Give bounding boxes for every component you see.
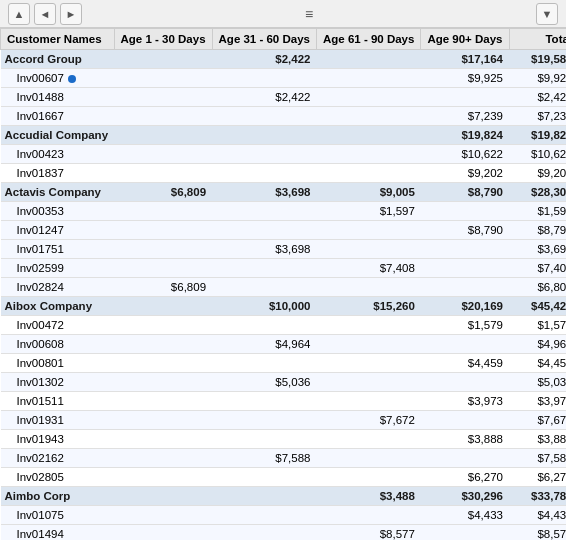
inv-value: $3,698 — [509, 240, 566, 259]
inv-value — [114, 259, 212, 278]
scroll-prev-button[interactable]: ◄ — [34, 3, 56, 25]
inv-name[interactable]: Inv01751 — [1, 240, 115, 259]
table-row[interactable]: Inv01943$3,888$3,888 — [1, 430, 567, 449]
inv-name[interactable]: Inv02599 — [1, 259, 115, 278]
table-row[interactable]: Inv01751$3,698$3,698 — [1, 240, 567, 259]
inv-value: $6,809 — [509, 278, 566, 297]
inv-value: $7,239 — [509, 107, 566, 126]
group-row: Aibox Company$10,000$15,260$20,169$45,42… — [1, 297, 567, 316]
table-row[interactable]: Inv02162$7,588$7,588 — [1, 449, 567, 468]
inv-value: $4,964 — [212, 335, 316, 354]
inv-value — [316, 373, 420, 392]
inv-name[interactable]: Inv01511 — [1, 392, 115, 411]
inv-name[interactable]: Inv00353 — [1, 202, 115, 221]
inv-value — [114, 335, 212, 354]
inv-value: $5,036 — [509, 373, 566, 392]
inv-name[interactable]: Inv02824 — [1, 278, 115, 297]
group-row: Accord Group$2,422$17,164$19,586 — [1, 50, 567, 69]
inv-value: $8,790 — [509, 221, 566, 240]
group-row: Accudial Company$19,824$19,824 — [1, 126, 567, 145]
inv-name[interactable]: Inv01667 — [1, 107, 115, 126]
inv-name[interactable]: Inv00608 — [1, 335, 115, 354]
inv-value — [316, 354, 420, 373]
table-row[interactable]: Inv00801$4,459$4,459 — [1, 354, 567, 373]
inv-value — [114, 164, 212, 183]
table-row[interactable]: Inv00423$10,622$10,622 — [1, 145, 567, 164]
group-value — [114, 126, 212, 145]
group-value — [212, 487, 316, 506]
group-value: $15,260 — [316, 297, 420, 316]
table-container[interactable]: Customer Names Age 1 - 30 Days Age 31 - … — [0, 28, 566, 540]
inv-name[interactable]: Inv01488 — [1, 88, 115, 107]
inv-value: $6,270 — [509, 468, 566, 487]
group-value — [316, 126, 420, 145]
inv-value: $7,588 — [212, 449, 316, 468]
inv-value — [316, 316, 420, 335]
inv-name[interactable]: Inv01837 — [1, 164, 115, 183]
inv-name[interactable]: Inv01075 — [1, 506, 115, 525]
scroll-up-button[interactable]: ▲ — [8, 3, 30, 25]
menu-icon[interactable]: ≡ — [305, 6, 313, 22]
group-value: $3,488 — [316, 487, 420, 506]
table-row[interactable]: Inv02805$6,270$6,270 — [1, 468, 567, 487]
inv-value — [212, 392, 316, 411]
table-row[interactable]: Inv01075$4,433$4,433 — [1, 506, 567, 525]
col-age-90plus: Age 90+ Days — [421, 29, 509, 50]
inv-value — [212, 316, 316, 335]
table-row[interactable]: Inv02599$7,408$7,408 — [1, 259, 567, 278]
inv-value: $7,239 — [421, 107, 509, 126]
table-header-row: Customer Names Age 1 - 30 Days Age 31 - … — [1, 29, 567, 50]
inv-name[interactable]: Inv01247 — [1, 221, 115, 240]
table-row[interactable]: Inv00608$4,964$4,964 — [1, 335, 567, 354]
inv-name[interactable]: Inv00801 — [1, 354, 115, 373]
inv-value — [114, 468, 212, 487]
inv-name[interactable]: Inv01931 — [1, 411, 115, 430]
table-row[interactable]: Inv01494$8,577$8,577 — [1, 525, 567, 541]
inv-name[interactable]: Inv00607 — [1, 69, 115, 88]
inv-name[interactable]: Inv01494 — [1, 525, 115, 541]
inv-name[interactable]: Inv00472 — [1, 316, 115, 335]
inv-value: $3,888 — [509, 430, 566, 449]
scroll-next-button[interactable]: ► — [60, 3, 82, 25]
group-value — [114, 50, 212, 69]
table-row[interactable]: Inv00607$9,925$9,925 — [1, 69, 567, 88]
group-row: Actavis Company$6,809$3,698$9,005$8,790$… — [1, 183, 567, 202]
table-row[interactable]: Inv00353$1,597$1,597 — [1, 202, 567, 221]
group-value: $30,296 — [421, 487, 509, 506]
inv-value: $8,790 — [421, 221, 509, 240]
table-row[interactable]: Inv01931$7,672$7,672 — [1, 411, 567, 430]
inv-value — [316, 449, 420, 468]
table-row[interactable]: Inv00472$1,579$1,579 — [1, 316, 567, 335]
inv-value — [212, 430, 316, 449]
inv-value — [421, 259, 509, 278]
inv-value: $1,597 — [316, 202, 420, 221]
col-age-61-90: Age 61 - 90 Days — [316, 29, 420, 50]
inv-name[interactable]: Inv02162 — [1, 449, 115, 468]
inv-value — [316, 392, 420, 411]
inv-value — [316, 506, 420, 525]
inv-value — [316, 221, 420, 240]
inv-name[interactable]: Inv01943 — [1, 430, 115, 449]
inv-value: $4,459 — [421, 354, 509, 373]
table-row[interactable]: Inv01667$7,239$7,239 — [1, 107, 567, 126]
inv-name[interactable]: Inv00423 — [1, 145, 115, 164]
table-row[interactable]: Inv01488$2,422$2,422 — [1, 88, 567, 107]
col-total: Total — [509, 29, 566, 50]
inv-value — [212, 506, 316, 525]
table-row[interactable]: Inv01511$3,973$3,973 — [1, 392, 567, 411]
scroll-down-button[interactable]: ▼ — [536, 3, 558, 25]
toolbar: ▲ ◄ ► ≡ ▼ — [0, 0, 566, 28]
inv-value: $9,202 — [421, 164, 509, 183]
inv-value — [212, 107, 316, 126]
inv-value — [316, 468, 420, 487]
table-row[interactable]: Inv01302$5,036$5,036 — [1, 373, 567, 392]
inv-value — [212, 69, 316, 88]
table-row[interactable]: Inv02824$6,809$6,809 — [1, 278, 567, 297]
table-row[interactable]: Inv01247$8,790$8,790 — [1, 221, 567, 240]
inv-value — [114, 107, 212, 126]
inv-name[interactable]: Inv02805 — [1, 468, 115, 487]
inv-name[interactable]: Inv01302 — [1, 373, 115, 392]
table-row[interactable]: Inv01837$9,202$9,202 — [1, 164, 567, 183]
inv-value: $10,622 — [509, 145, 566, 164]
inv-value: $4,964 — [509, 335, 566, 354]
